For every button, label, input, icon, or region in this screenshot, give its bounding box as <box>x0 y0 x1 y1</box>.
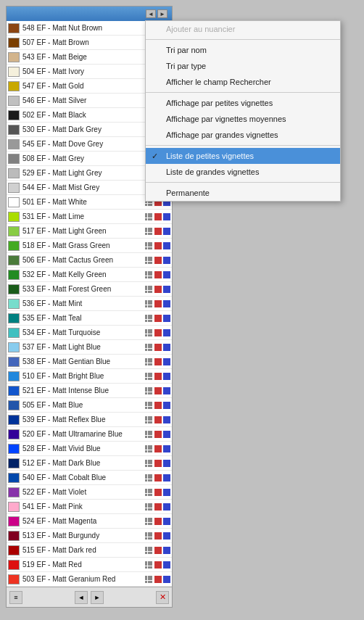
menu-item-medium-thumbnails[interactable]: ✓Affichage par vignettes moyennes <box>146 111 340 127</box>
color-item[interactable]: 519 EF - Matt Red <box>7 558 172 572</box>
color-red-icon <box>154 373 162 380</box>
color-item[interactable]: 518 EF - Matt Grass Green <box>7 239 172 253</box>
item-icons <box>145 213 170 220</box>
color-item[interactable]: 531 EF - Matt Lime <box>7 210 172 224</box>
menu-item-label: Tri par nom <box>166 46 207 54</box>
color-item[interactable]: 536 EF - Matt Mint <box>7 297 172 311</box>
color-blue-icon <box>163 561 170 569</box>
color-swatch <box>8 574 20 584</box>
color-item[interactable]: 533 EF - Matt Forest Green <box>7 282 172 297</box>
color-name: 510 EF - Matt Bright Blue <box>22 372 145 380</box>
menu-item-small-thumbnails[interactable]: ✓Affichage par petites vignettes <box>146 95 340 111</box>
color-red-icon <box>154 489 162 496</box>
color-blue-icon <box>163 329 170 336</box>
color-red-icon <box>154 445 162 452</box>
item-icons <box>145 547 170 554</box>
color-item[interactable]: 515 EF - Matt Dark red <box>7 543 172 558</box>
bottom-left-icons: ≡ <box>9 591 22 604</box>
color-blue-icon <box>163 213 170 220</box>
color-item[interactable]: 510 EF - Matt Bright Blue <box>7 369 172 384</box>
color-item[interactable]: 539 EF - Matt Reflex Blue <box>7 413 172 427</box>
color-item[interactable]: 503 EF - Matt Geranium Red <box>7 572 172 587</box>
color-item[interactable]: 513 EF - Matt Burgundy <box>7 529 172 543</box>
bottom-nav-icons: ◄ ► <box>75 591 104 604</box>
list-icon[interactable]: ≡ <box>9 591 22 604</box>
menu-checkmark: ✓ <box>152 152 158 161</box>
item-icons <box>145 228 170 235</box>
grid-icon <box>145 576 152 583</box>
color-swatch <box>8 284 20 294</box>
color-item[interactable]: 520 EF - Matt Ultramarine Blue <box>7 427 172 442</box>
color-item[interactable]: 537 EF - Matt Light Blue <box>7 340 172 355</box>
grid-icon <box>145 286 152 293</box>
color-item[interactable]: 506 EF - Matt Cactus Green <box>7 253 172 268</box>
color-item[interactable]: 505 EF - Matt Blue <box>7 398 172 413</box>
delete-button[interactable]: ✕ <box>156 591 169 604</box>
menu-item-small-list[interactable]: ✓Liste de petites vignettes <box>146 148 340 164</box>
color-item[interactable]: 524 EF - Matt Magenta <box>7 514 172 529</box>
color-blue-icon <box>163 431 170 438</box>
color-item[interactable]: 517 EF - Matt Light Green <box>7 224 172 239</box>
color-name: 533 EF - Matt Forest Green <box>22 285 145 293</box>
menu-separator <box>146 182 340 183</box>
color-name: 519 EF - Matt Red <box>22 561 145 569</box>
color-name: 538 EF - Matt Gentian Blue <box>22 357 145 365</box>
color-red-icon <box>154 503 162 511</box>
item-icons <box>145 402 170 409</box>
color-red-icon <box>154 547 162 554</box>
minimize-button[interactable]: ◄ <box>146 9 156 18</box>
item-icons <box>145 503 170 511</box>
menu-separator <box>146 39 340 40</box>
menu-item-label: Affichage par petites vignettes <box>166 99 273 107</box>
color-red-icon <box>154 431 162 438</box>
color-blue-icon <box>163 532 170 540</box>
color-swatch <box>8 23 20 33</box>
color-item[interactable]: 541 EF - Matt Pink <box>7 500 172 514</box>
color-red-icon <box>154 561 162 569</box>
color-item[interactable]: 535 EF - Matt Teal <box>7 311 172 326</box>
menu-item-large-list[interactable]: ✓Liste de grandes vignettes <box>146 164 340 180</box>
menu-item-sort-name[interactable]: ✓Tri par nom <box>146 42 340 58</box>
item-icons <box>145 373 170 380</box>
color-item[interactable]: 512 EF - Matt Dark Blue <box>7 456 172 471</box>
color-name: 544 EF - Matt Mist Grey <box>22 183 145 191</box>
color-item[interactable]: 540 EF - Matt Cobalt Blue <box>7 471 172 485</box>
prev-button[interactable]: ◄ <box>75 591 88 604</box>
color-red-icon <box>154 213 162 220</box>
color-swatch <box>8 212 20 222</box>
color-red-icon <box>154 576 162 583</box>
grid-icon <box>145 300 152 307</box>
menu-item-show-search[interactable]: ✓Afficher le champ Rechercher <box>146 74 340 90</box>
color-item[interactable]: 538 EF - Matt Gentian Blue <box>7 355 172 369</box>
color-name: 513 EF - Matt Burgundy <box>22 532 145 540</box>
grid-icon <box>145 460 152 467</box>
color-blue-icon <box>163 315 170 322</box>
item-icons <box>145 257 170 264</box>
color-item[interactable]: 521 EF - Matt Intense Blue <box>7 384 172 398</box>
color-item[interactable]: 534 EF - Matt Turquoise <box>7 326 172 340</box>
color-item[interactable]: 522 EF - Matt Violet <box>7 485 172 500</box>
color-red-icon <box>154 474 162 481</box>
color-item[interactable]: 528 EF - Matt Vivid Blue <box>7 442 172 456</box>
color-red-icon <box>154 518 162 525</box>
bottom-bar: ≡ ◄ ► ✕ <box>7 587 172 607</box>
item-icons <box>145 286 170 293</box>
color-swatch <box>8 183 20 193</box>
menu-item-permanent[interactable]: ✓Permanente <box>146 185 340 201</box>
color-swatch <box>8 110 20 120</box>
menu-item-label: Affichage par grandes vignettes <box>166 131 278 139</box>
item-icons <box>145 329 170 336</box>
color-name: 548 EF - Matt Nut Brown <box>22 24 145 32</box>
next-button[interactable]: ► <box>91 591 104 604</box>
color-name: 547 EF - Matt Gold <box>22 82 145 90</box>
menu-item-sort-type[interactable]: ✓Tri par type <box>146 58 340 74</box>
item-icons <box>145 532 170 540</box>
maximize-button[interactable]: ► <box>157 9 167 18</box>
color-blue-icon <box>163 358 170 365</box>
grid-icon <box>145 445 152 452</box>
color-swatch <box>8 96 20 106</box>
color-item[interactable]: 532 EF - Matt Kelly Green <box>7 268 172 282</box>
color-name: 541 EF - Matt Pink <box>22 503 145 511</box>
menu-item-large-thumbnails[interactable]: ✓Affichage par grandes vignettes <box>146 127 340 143</box>
color-name: 546 EF - Matt Silver <box>22 96 145 104</box>
